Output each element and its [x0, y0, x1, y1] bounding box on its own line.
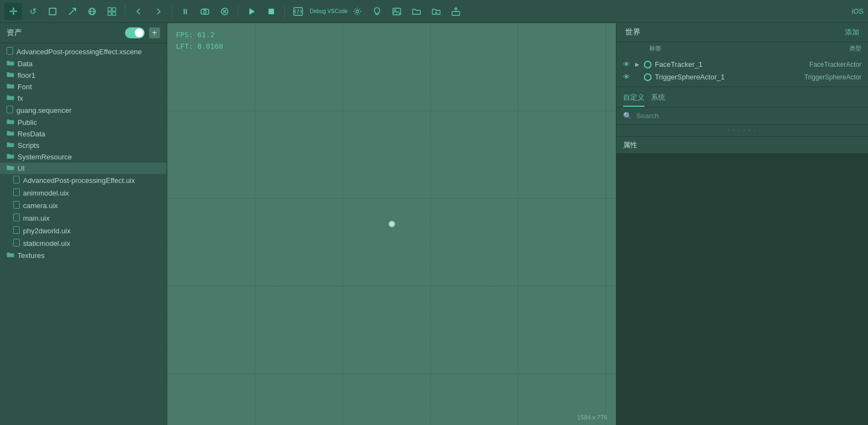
- folder-icon: [7, 164, 14, 173]
- svg-point-9: [204, 10, 207, 13]
- node-circle-1: [644, 61, 652, 68]
- sep-3: [238, 5, 238, 18]
- rotate-tool[interactable]: ↺: [24, 3, 42, 20]
- folder-icon: [7, 130, 14, 138]
- tree-item-floor1[interactable]: floor1: [0, 70, 167, 81]
- visibility-icon-2[interactable]: 👁: [623, 73, 632, 81]
- svg-rect-24: [7, 106, 13, 113]
- expand-icon-1[interactable]: ▶: [635, 61, 641, 67]
- folder-icon: [7, 47, 13, 56]
- play-btn[interactable]: [243, 3, 260, 20]
- sep-1: [125, 5, 125, 18]
- stop-btn[interactable]: [262, 3, 280, 20]
- tree-label: Public: [18, 118, 37, 127]
- svg-rect-22: [452, 12, 460, 15]
- settings-btn[interactable]: [349, 3, 366, 20]
- search-bar: 🔍: [616, 107, 868, 125]
- properties-section-header: 属性: [616, 137, 868, 154]
- stop-circle-btn[interactable]: [216, 3, 233, 20]
- tree-item-SystemResource[interactable]: SystemResource: [0, 151, 167, 163]
- forward-btn[interactable]: [150, 3, 167, 20]
- world-title: 世界: [625, 27, 641, 37]
- pause-btn[interactable]: ⏸: [176, 3, 194, 20]
- search-input[interactable]: [636, 112, 861, 120]
- svg-rect-5: [112, 8, 116, 11]
- properties-content: [616, 154, 868, 425]
- folder2-btn[interactable]: [427, 3, 445, 20]
- sidebar-controls: +: [125, 27, 160, 38]
- tree-item-staticmodel-uix[interactable]: staticmodel.uix: [0, 237, 167, 250]
- tree-item-animmodel-uix[interactable]: animmodel.uix: [0, 187, 167, 199]
- bulb-btn[interactable]: [368, 3, 386, 20]
- tree-label: Data: [18, 60, 32, 68]
- folder-icon: [13, 201, 20, 210]
- move-tool[interactable]: ✛: [4, 3, 22, 20]
- transform-tool[interactable]: [64, 3, 81, 20]
- sidebar-header: 资产 +: [0, 23, 167, 43]
- tree-item-Font[interactable]: Font: [0, 81, 167, 93]
- node-type-1: FaceTrackerActor: [809, 61, 861, 68]
- back-btn[interactable]: [130, 3, 147, 20]
- tree-item-Scripts[interactable]: Scripts: [0, 140, 167, 151]
- tree-item-phy2dworld-uix[interactable]: phy2dworld.uix: [0, 225, 167, 237]
- node-name-1: FaceTracker_1: [655, 60, 806, 68]
- world-header: 世界 添加: [616, 23, 868, 42]
- resize-handle-area: · · · · · ·: [616, 125, 868, 137]
- folder-icon: [7, 118, 14, 127]
- folder-btn[interactable]: [408, 3, 425, 20]
- debug-btn[interactable]: Debug: [309, 3, 327, 20]
- tree-label: phy2dworld.uix: [23, 227, 71, 235]
- folder-icon: [13, 176, 20, 185]
- folder-icon: [13, 188, 20, 198]
- tree-item-AdvancedPost-processingEffect-xscene[interactable]: AdvancedPost-processingEffect.xscene: [0, 45, 167, 58]
- sep-4: [284, 5, 285, 18]
- export-btn[interactable]: [447, 3, 465, 20]
- tree-item-UI[interactable]: UI: [0, 163, 167, 174]
- tree-item-camera-uix[interactable]: camera.uix: [0, 199, 167, 212]
- visibility-icon-1[interactable]: 👁: [623, 60, 632, 68]
- scale-tool[interactable]: [44, 3, 61, 20]
- tree-item-guang-sequencer[interactable]: guang.sequencer: [0, 104, 167, 117]
- folder-icon: [7, 94, 14, 102]
- image-btn[interactable]: [388, 3, 406, 20]
- tree-item-Public[interactable]: Public: [0, 117, 167, 128]
- sidebar-add-btn[interactable]: +: [149, 27, 160, 38]
- svg-rect-30: [14, 239, 20, 246]
- file-tree: AdvancedPost-processingEffect.xsceneData…: [0, 43, 167, 425]
- tree-item-Textures[interactable]: Textures: [0, 250, 167, 261]
- viewport-size-label: 868 x 425: [578, 414, 607, 421]
- scene-node-triggersphere[interactable]: 👁 ▶ TriggerSphereActor_1 TriggerSphereAc…: [616, 71, 868, 83]
- viscode-btn[interactable]: VSCode: [329, 3, 346, 20]
- svg-point-16: [356, 10, 359, 13]
- world-add-btn[interactable]: 添加: [845, 27, 859, 37]
- tab-system[interactable]: 系统: [651, 90, 665, 107]
- camera-btn[interactable]: [196, 3, 214, 20]
- scene-viewport[interactable]: FPS: 61.2 LFT: 0.0160 868 x 425: [167, 23, 616, 425]
- fps-value: FPS: 61.2: [176, 30, 223, 41]
- tree-item-AdvancedPost-processingEffect-uix[interactable]: AdvancedPost-processingEffect.uix: [0, 174, 167, 187]
- tree-item-fx[interactable]: fx: [0, 93, 167, 104]
- svg-rect-0: [49, 8, 56, 15]
- script-btn[interactable]: [289, 3, 307, 20]
- grid-tool[interactable]: [103, 3, 121, 20]
- folder-icon: [7, 83, 14, 91]
- tree-label: floor1: [18, 71, 36, 79]
- tree-label: Textures: [18, 251, 44, 260]
- tree-item-Data[interactable]: Data: [0, 58, 167, 70]
- lft-value: LFT: 0.0160: [176, 41, 223, 53]
- sidebar-toggle[interactable]: [125, 27, 145, 38]
- tree-item-main-uix[interactable]: main.uix: [0, 212, 167, 225]
- main-toolbar: ✛ ↺: [0, 0, 868, 23]
- tree-label: camera.uix: [23, 202, 58, 210]
- tab-custom[interactable]: 自定义: [623, 90, 644, 107]
- scene-node-facetracker[interactable]: 👁 ▶ FaceTracker_1 FaceTrackerActor: [616, 58, 868, 71]
- tree-item-ResData[interactable]: ResData: [0, 128, 167, 140]
- svg-rect-18: [393, 8, 401, 15]
- tree-label: AdvancedPost-processingEffect.uix: [23, 176, 135, 185]
- col-label-header: 标签: [649, 44, 849, 53]
- svg-rect-4: [108, 8, 111, 11]
- world-tool[interactable]: [83, 3, 101, 20]
- tree-label: main.uix: [23, 214, 49, 222]
- svg-rect-26: [14, 189, 20, 196]
- tree-label: SystemResource: [18, 153, 72, 161]
